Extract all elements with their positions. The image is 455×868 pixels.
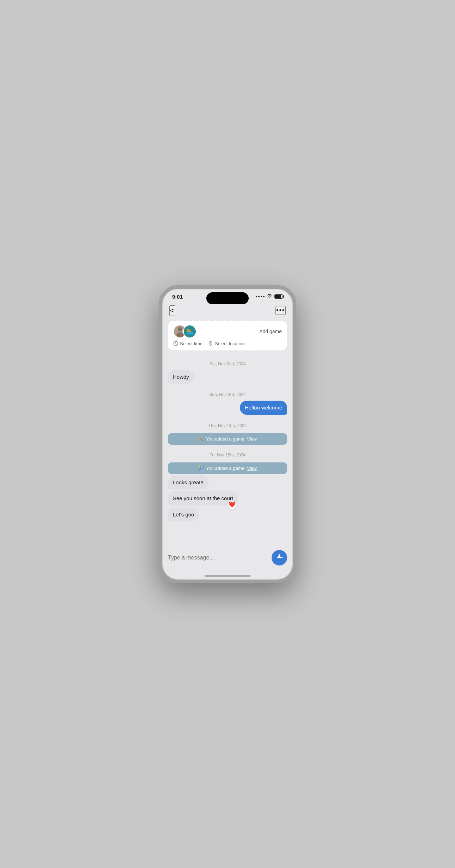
wifi-icon <box>267 294 272 299</box>
game-notification-emoji-2: 🎾 <box>198 466 204 471</box>
bubble-5: Looks great!! <box>168 475 208 490</box>
bubble-2: Helloo welcome <box>240 401 287 415</box>
date-label-4: Fri, Nov 15th, 2024 <box>168 453 287 457</box>
phone-frame: 9:01 < ••• <box>159 285 296 583</box>
home-bar <box>205 575 250 577</box>
reaction-heart: ❤️ <box>228 501 236 509</box>
home-indicator <box>162 573 293 580</box>
select-time-item[interactable]: Select time <box>173 341 202 346</box>
bubble-text-6: See you soon at the court <box>173 495 233 501</box>
more-button[interactable]: ••• <box>275 306 286 315</box>
message-input[interactable] <box>168 555 268 561</box>
date-label-1: Sat, Nov 2nd, 2024 <box>168 361 287 366</box>
message-row-5: Looks great!! <box>168 475 287 490</box>
input-bar <box>162 546 293 573</box>
message-row-7: Let's goo <box>168 508 287 522</box>
send-button[interactable] <box>272 550 287 565</box>
game-notification-text-1: You added a game. View <box>206 436 257 442</box>
back-button[interactable]: < <box>169 305 175 316</box>
nav-bar: < ••• <box>162 303 293 319</box>
select-location-item[interactable]: Select location <box>208 341 245 346</box>
game-card: 🏊 Add game Select time Select location <box>168 320 287 351</box>
game-notification-2: 🎾 You added a game. View <box>168 462 287 474</box>
bubble-1: Howdy <box>168 370 194 384</box>
status-time: 9:01 <box>172 294 183 300</box>
game-notification-text-2: You added a game. View <box>206 466 257 471</box>
bubble-7: Let's goo <box>168 508 199 522</box>
svg-point-6 <box>210 342 211 343</box>
bubble-text-1: Howdy <box>173 374 189 380</box>
message-row-2: Helloo welcome <box>168 401 287 415</box>
location-icon <box>208 341 213 346</box>
game-card-bottom: Select time Select location <box>173 341 282 346</box>
bubble-text-2: Helloo welcome <box>245 405 282 411</box>
svg-point-2 <box>176 332 183 337</box>
bubble-6: See you soon at the court ❤️ <box>168 491 238 505</box>
dynamic-island <box>206 292 249 304</box>
clock-icon <box>173 341 178 346</box>
select-time-label: Select time <box>180 341 202 346</box>
game-card-top: 🏊 Add game <box>173 325 282 338</box>
date-label-2: Sun, Nov 3rd, 2024 <box>168 392 287 397</box>
select-location-label: Select location <box>215 341 245 346</box>
bubble-text-5: Looks great!! <box>173 479 204 485</box>
avatars: 🏊 <box>173 325 196 338</box>
date-label-3: Thu, Nov 14th, 2024 <box>168 423 287 428</box>
add-game-button[interactable]: Add game <box>259 329 282 334</box>
status-icons <box>256 294 283 299</box>
battery-icon <box>274 294 283 299</box>
avatar-2: 🏊 <box>183 325 196 338</box>
message-row-1: Howdy <box>168 370 287 384</box>
message-row-6: See you soon at the court ❤️ <box>168 491 287 505</box>
view-link-2[interactable]: View <box>247 466 257 471</box>
send-icon <box>274 552 285 563</box>
chat-scroll: Sat, Nov 2nd, 2024 Howdy Sun, Nov 3rd, 2… <box>162 355 293 546</box>
view-link-1[interactable]: View <box>247 436 257 442</box>
bubble-text-7: Let's goo <box>173 511 194 517</box>
svg-text:🏊: 🏊 <box>186 328 194 334</box>
svg-point-1 <box>178 327 182 331</box>
game-notification-1: 🤸 You added a game. View <box>168 433 287 445</box>
signal-icon <box>256 296 265 297</box>
game-notification-emoji-1: 🤸 <box>198 436 204 442</box>
